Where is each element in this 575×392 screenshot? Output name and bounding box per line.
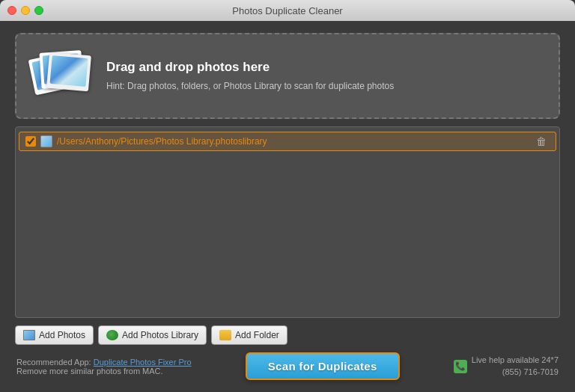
photo-card-3 — [46, 52, 91, 92]
drop-zone-text: Drag and drop photos here Hint: Drag pho… — [106, 60, 394, 93]
phone-icon: 📞 — [454, 360, 467, 373]
window-title: Photos Duplicate Cleaner — [232, 5, 342, 16]
live-help-text: Live help available 24*7 — [472, 355, 559, 366]
recommended-app-link[interactable]: Duplicate Photos Fixer Pro — [94, 358, 192, 367]
footer: Recommended App: Duplicate Photos Fixer … — [15, 352, 560, 380]
drop-zone-hint: Hint: Drag photos, folders, or Photos Li… — [106, 79, 394, 93]
file-path: /Users/Anthony/Pictures/Photos Library.p… — [57, 136, 529, 147]
file-type-icon — [40, 135, 52, 147]
close-button[interactable] — [7, 6, 16, 15]
phone-number[interactable]: (855) 716-7019 — [472, 367, 559, 378]
maximize-button[interactable] — [34, 6, 43, 15]
window-controls[interactable] — [7, 6, 43, 15]
footer-right-text: Live help available 24*7 (855) 716-7019 — [472, 355, 559, 378]
file-list-area: /Users/Anthony/Pictures/Photos Library.p… — [15, 126, 560, 318]
main-content: Drag and drop photos here Hint: Drag pho… — [0, 21, 575, 392]
remove-text: Remove more similar photos from MAC. — [16, 367, 163, 376]
drop-zone[interactable]: Drag and drop photos here Hint: Drag pho… — [15, 33, 560, 119]
add-library-label: Add Photos Library — [122, 330, 198, 340]
file-checkbox[interactable] — [25, 136, 36, 147]
minimize-button[interactable] — [21, 6, 30, 15]
add-photos-button[interactable]: Add Photos — [15, 325, 94, 345]
add-folder-icon — [219, 330, 231, 340]
title-bar: Photos Duplicate Cleaner — [0, 0, 575, 21]
footer-left: Recommended App: Duplicate Photos Fixer … — [16, 358, 192, 376]
footer-right: 📞 Live help available 24*7 (855) 716-701… — [454, 355, 559, 378]
file-item: /Users/Anthony/Pictures/Photos Library.p… — [19, 132, 556, 151]
add-folder-label: Add Folder — [235, 330, 279, 340]
add-folder-button[interactable]: Add Folder — [211, 325, 288, 345]
add-library-icon — [106, 330, 118, 340]
scan-button[interactable]: Scan for Duplicates — [246, 352, 400, 380]
add-library-button[interactable]: Add Photos Library — [98, 325, 207, 345]
bottom-toolbar: Add Photos Add Photos Library Add Folder — [15, 325, 560, 345]
add-photos-label: Add Photos — [39, 330, 85, 340]
file-delete-button[interactable]: 🗑 — [533, 135, 550, 147]
recommended-prefix: Recommended App: — [16, 358, 94, 367]
add-photos-icon — [23, 330, 35, 340]
drop-zone-icon — [31, 48, 91, 104]
drop-zone-heading: Drag and drop photos here — [106, 60, 394, 75]
